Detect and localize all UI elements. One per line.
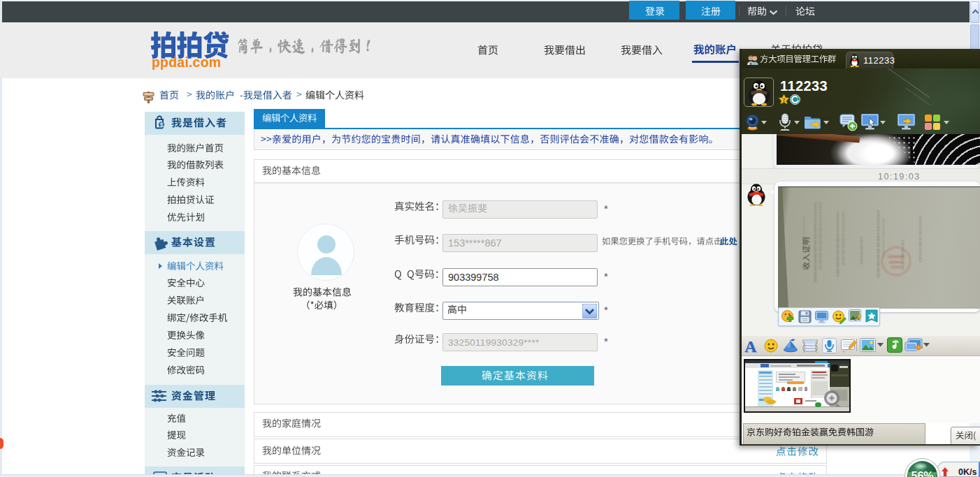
svg-text:$: $ — [160, 122, 164, 129]
